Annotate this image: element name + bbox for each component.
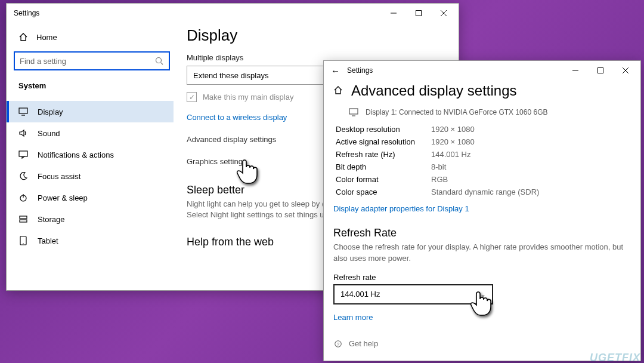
sidebar-item-label: Notifications & actions <box>38 150 114 159</box>
info-row-color-format: Color formatRGB <box>336 173 631 186</box>
refresh-rate-select[interactable]: 144.001 Hz ⌄ <box>333 284 493 304</box>
checkbox-label: Make this my main display <box>203 93 293 101</box>
refresh-rate-heading: Refresh Rate <box>333 227 631 239</box>
display-info-text: Display 1: Connected to NVIDIA GeForce G… <box>366 108 547 116</box>
refresh-rate-body: Choose the refresh rate for your display… <box>333 242 631 264</box>
sidebar: Home System Display Sound Notifications … <box>7 23 174 290</box>
info-row-active-resolution: Active signal resolution1920 × 1080 <box>336 136 631 148</box>
tablet-icon <box>18 236 28 245</box>
display-info-table: Desktop resolution1920 × 1080 Active sig… <box>336 123 631 198</box>
sidebar-item-display[interactable]: Display <box>7 101 174 122</box>
minimize-button[interactable] <box>381 4 406 22</box>
svg-rect-16 <box>598 68 603 73</box>
close-button[interactable] <box>613 61 638 79</box>
minimize-button[interactable] <box>563 61 588 79</box>
svg-point-14 <box>23 243 23 244</box>
info-row-desktop-resolution: Desktop resolution1920 × 1080 <box>336 123 631 136</box>
sidebar-item-power-sleep[interactable]: Power & sleep <box>7 187 174 208</box>
sidebar-item-tablet[interactable]: Tablet <box>7 230 174 251</box>
window-controls <box>381 4 456 22</box>
home-icon <box>18 32 28 42</box>
refresh-rate-label: Refresh rate <box>333 273 631 282</box>
close-button[interactable] <box>431 4 456 22</box>
sidebar-item-label: Focus assist <box>38 172 80 181</box>
message-icon <box>18 150 28 159</box>
window-title: Settings <box>14 9 39 17</box>
svg-line-5 <box>161 63 163 64</box>
sidebar-item-label: Tablet <box>38 236 58 245</box>
svg-rect-8 <box>19 151 27 156</box>
svg-text:?: ? <box>337 341 340 346</box>
window-controls <box>563 61 638 79</box>
window-title: Settings <box>347 66 373 75</box>
power-icon <box>18 193 28 202</box>
sidebar-item-notifications[interactable]: Notifications & actions <box>7 144 174 165</box>
titlebar-front: ← Settings <box>324 61 640 80</box>
monitor-icon <box>18 107 28 116</box>
settings-window-front: ← Settings Advanced display settings Dis… <box>323 60 641 361</box>
adapter-properties-link[interactable]: Display adapter properties for Display 1 <box>333 204 469 213</box>
maximize-button[interactable] <box>588 61 613 79</box>
help-icon: ? <box>333 339 343 349</box>
search-icon <box>154 56 164 66</box>
select-value: 144.001 Hz <box>340 290 380 299</box>
home-label: Home <box>36 33 57 42</box>
sidebar-item-storage[interactable]: Storage <box>7 208 174 230</box>
get-help-row[interactable]: ? Get help <box>333 339 631 349</box>
info-row-color-space: Color spaceStandard dynamic range (SDR) <box>336 186 631 198</box>
svg-point-4 <box>156 58 162 63</box>
svg-rect-12 <box>20 220 27 222</box>
home-link[interactable]: Home <box>14 27 174 47</box>
moon-icon <box>18 171 28 181</box>
back-button[interactable]: ← <box>331 66 340 76</box>
sidebar-item-sound[interactable]: Sound <box>7 122 174 144</box>
display-info-line: Display 1: Connected to NVIDIA GeForce G… <box>349 107 631 117</box>
search-box[interactable] <box>14 51 170 70</box>
front-header: Advanced display settings <box>333 80 631 103</box>
storage-icon <box>18 214 28 224</box>
page-title: Display <box>187 26 445 45</box>
sidebar-item-label: Sound <box>38 129 60 138</box>
sidebar-item-label: Power & sleep <box>38 193 88 202</box>
learn-more-link[interactable]: Learn more <box>333 313 373 322</box>
checkbox-icon: ✓ <box>187 92 197 102</box>
info-row-bit-depth: Bit depth8-bit <box>336 161 631 173</box>
svg-rect-1 <box>416 11 422 16</box>
chevron-down-icon: ⌄ <box>480 290 486 299</box>
speaker-icon <box>18 128 28 138</box>
sidebar-item-label: Storage <box>38 215 65 224</box>
page-title: Advanced display settings <box>351 82 517 99</box>
nav-list: Display Sound Notifications & actions Fo… <box>7 101 174 251</box>
select-value: Extend these displays <box>193 71 268 80</box>
multiple-displays-select[interactable]: Extend these displays ⌄ <box>187 66 339 85</box>
info-row-refresh-rate: Refresh rate (Hz)144.001 Hz <box>336 148 631 161</box>
watermark: UGETFIX <box>590 352 640 363</box>
maximize-button[interactable] <box>406 4 431 22</box>
svg-rect-19 <box>349 109 358 114</box>
get-help-label: Get help <box>349 339 378 348</box>
section-label: System <box>14 78 174 101</box>
home-icon[interactable] <box>333 85 343 97</box>
sidebar-item-label: Display <box>38 107 63 116</box>
svg-rect-11 <box>20 216 27 219</box>
svg-rect-6 <box>19 108 27 113</box>
search-input[interactable] <box>20 57 154 66</box>
monitor-icon <box>349 107 358 117</box>
titlebar-back: Settings <box>7 4 459 23</box>
sidebar-item-focus-assist[interactable]: Focus assist <box>7 165 174 187</box>
